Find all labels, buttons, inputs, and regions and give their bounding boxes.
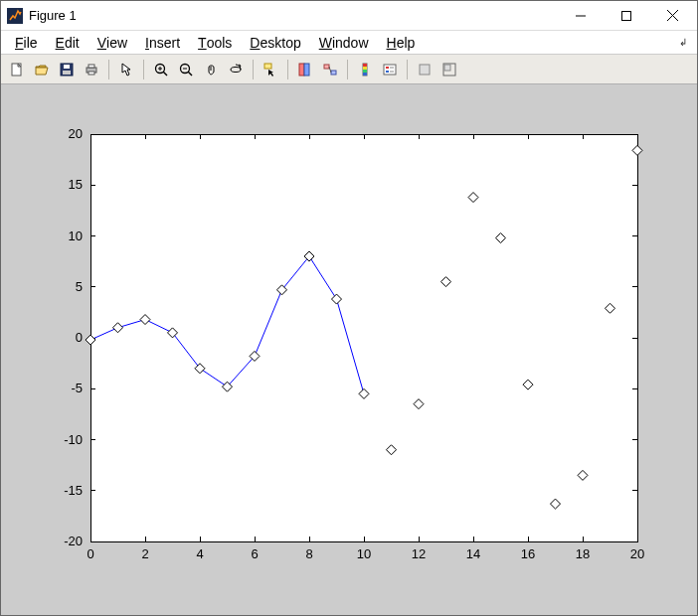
menu-window[interactable]: Window: [311, 33, 377, 53]
y-tick-label: 0: [76, 330, 83, 345]
menu-file[interactable]: File: [7, 33, 46, 53]
svg-rect-28: [363, 64, 367, 67]
svg-rect-39: [444, 65, 450, 71]
link-button[interactable]: [318, 58, 342, 81]
hide-tools-button[interactable]: [413, 58, 436, 81]
brush-button[interactable]: [293, 58, 317, 81]
svg-rect-29: [363, 67, 367, 70]
y-tick-label: 10: [69, 229, 83, 243]
svg-rect-0: [7, 8, 23, 24]
toolbar-dropdown-icon[interactable]: ↲: [679, 37, 691, 48]
dock-button[interactable]: [437, 58, 461, 81]
x-tick-label: 6: [251, 546, 258, 561]
minimize-button[interactable]: [558, 1, 604, 31]
x-tick-label: 14: [466, 546, 480, 561]
new-figure-button[interactable]: [5, 58, 29, 81]
svg-rect-21: [264, 64, 271, 69]
svg-rect-10: [88, 65, 94, 68]
svg-point-20: [231, 67, 241, 72]
x-tick-label: 18: [576, 546, 590, 561]
insert-legend-button[interactable]: [378, 58, 402, 81]
svg-rect-8: [63, 71, 71, 75]
svg-rect-11: [88, 72, 94, 75]
y-tick-label: -5: [71, 381, 83, 395]
x-tick-label: 0: [87, 546, 93, 561]
rotate-3d-button[interactable]: [224, 58, 248, 81]
print-button[interactable]: [80, 58, 103, 81]
menu-view[interactable]: View: [89, 33, 135, 53]
y-tick-label: -20: [64, 534, 83, 548]
zoom-in-button[interactable]: [149, 58, 173, 81]
y-tick-label: 15: [69, 177, 83, 192]
svg-rect-24: [324, 65, 329, 69]
y-tick-label: -10: [64, 432, 83, 447]
figure-canvas[interactable]: 02468101214161820-20-15-10-505101520: [1, 84, 697, 615]
x-tick-label: 2: [141, 546, 148, 561]
menubar: File Edit View Insert Tools Desktop Wind…: [1, 31, 697, 55]
pan-button[interactable]: [199, 58, 223, 81]
open-button[interactable]: [30, 58, 54, 81]
x-tick-label: 20: [630, 546, 644, 561]
svg-rect-30: [363, 70, 367, 73]
x-tick-label: 12: [412, 546, 426, 561]
svg-rect-32: [384, 65, 396, 75]
y-tick-label: -15: [64, 483, 83, 498]
titlebar: Figure 1: [1, 1, 697, 31]
close-button[interactable]: [649, 1, 695, 31]
svg-line-13: [163, 72, 167, 76]
svg-rect-7: [64, 65, 70, 69]
svg-rect-31: [363, 73, 367, 76]
svg-rect-2: [622, 11, 631, 20]
insert-colorbar-button[interactable]: [353, 58, 377, 81]
window-title: Figure 1: [29, 8, 558, 23]
svg-rect-37: [420, 65, 430, 75]
svg-rect-23: [304, 64, 309, 76]
svg-line-26: [329, 67, 331, 73]
y-tick-label: 5: [76, 279, 83, 294]
save-button[interactable]: [55, 58, 79, 81]
menu-desktop[interactable]: Desktop: [242, 33, 308, 53]
x-tick-label: 16: [521, 546, 535, 561]
axes[interactable]: 02468101214161820-20-15-10-505101520: [1, 84, 697, 615]
menu-edit[interactable]: Edit: [48, 33, 87, 53]
zoom-out-button[interactable]: [174, 58, 198, 81]
svg-rect-25: [331, 71, 336, 75]
menu-help[interactable]: Help: [379, 33, 424, 53]
svg-rect-22: [299, 64, 304, 76]
svg-line-17: [188, 72, 192, 76]
edit-plot-button[interactable]: [114, 58, 138, 81]
menu-tools[interactable]: Tools: [190, 33, 240, 53]
x-tick-label: 10: [357, 546, 371, 561]
toolbar: [1, 55, 697, 84]
y-tick-label: 20: [69, 126, 83, 141]
menu-insert[interactable]: Insert: [137, 33, 188, 53]
x-tick-label: 8: [305, 546, 312, 561]
maximize-button[interactable]: [604, 1, 649, 31]
matlab-icon: [7, 8, 23, 24]
data-cursor-button[interactable]: [259, 58, 282, 81]
x-tick-label: 4: [196, 546, 203, 561]
